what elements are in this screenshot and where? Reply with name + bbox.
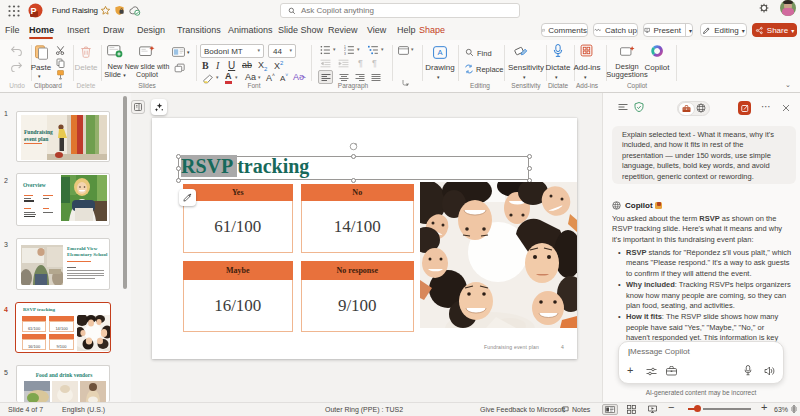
svg-text:A: A: [437, 48, 443, 57]
svg-text:3: 3: [344, 52, 346, 55]
svg-text:P: P: [31, 6, 37, 16]
